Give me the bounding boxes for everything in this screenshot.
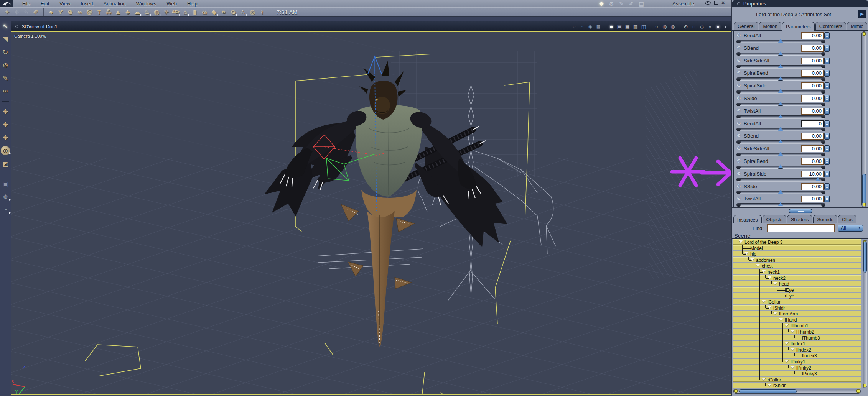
- slider-thumb[interactable]: [778, 39, 783, 43]
- camera-view-icon[interactable]: ◉: [587, 24, 593, 29]
- value-stepper[interactable]: [824, 32, 830, 39]
- scene-house-icon[interactable]: ⌂: [181, 8, 190, 16]
- layout-L-icon[interactable]: ◫: [641, 24, 647, 30]
- menu-item-file[interactable]: File: [22, 1, 30, 7]
- slider-thumb[interactable]: [778, 164, 783, 168]
- tab-objects[interactable]: Objects: [763, 215, 786, 223]
- menu-item-windows[interactable]: Windows: [136, 1, 156, 7]
- layout-4pane-icon[interactable]: ▦: [624, 24, 631, 30]
- expand-triangle-icon[interactable]: [773, 312, 777, 315]
- hand-pan-icon[interactable]: ✥: [1, 192, 10, 202]
- expand-triangle-icon[interactable]: [791, 348, 794, 351]
- tree-row[interactable]: lIndex3: [733, 353, 861, 358]
- up-axis-icon[interactable]: ⊙: [683, 24, 689, 30]
- parameter-value-input[interactable]: 0.00: [801, 95, 824, 102]
- gear-icon[interactable]: ⚙: [736, 108, 741, 113]
- value-stepper[interactable]: [824, 58, 830, 64]
- tree-row[interactable]: rCollar: [733, 377, 861, 382]
- parameter-slider[interactable]: [737, 128, 825, 131]
- expand-triangle-icon[interactable]: [768, 276, 771, 279]
- tab-controllers[interactable]: Controllers: [815, 22, 846, 31]
- gear-icon[interactable]: ⚙: [736, 133, 741, 138]
- splitter-handle[interactable]: [789, 209, 812, 213]
- value-stepper[interactable]: [824, 133, 830, 140]
- menu-item-edit[interactable]: Edit: [41, 1, 49, 7]
- parameter-slider[interactable]: [737, 103, 825, 106]
- scene-canvas[interactable]: Z X Y: [11, 32, 731, 394]
- cloud-icon[interactable]: ☁: [133, 8, 142, 16]
- viewport-3d[interactable]: Z X Y Camera 1 100%: [11, 31, 731, 395]
- capsule-icon[interactable]: ▮: [190, 8, 200, 16]
- value-stepper[interactable]: [824, 196, 830, 202]
- rotate-tool-icon[interactable]: ↻: [1, 48, 10, 57]
- parameter-value-input[interactable]: 0.00: [801, 32, 824, 39]
- drop-group-icon[interactable]: ∴: [238, 8, 248, 16]
- fire-icon[interactable]: ♨: [142, 8, 152, 16]
- value-stepper[interactable]: [824, 95, 830, 102]
- gear-icon[interactable]: ⚙: [736, 95, 741, 101]
- parameter-slider[interactable]: [737, 153, 825, 156]
- gear-icon[interactable]: ⚙: [736, 45, 741, 51]
- maximize-icon[interactable]: [714, 1, 718, 5]
- tree-scroll-thumb[interactable]: [863, 241, 867, 273]
- production-frame-icon[interactable]: ◌: [571, 24, 577, 29]
- parameters-scrollbar[interactable]: [861, 31, 866, 207]
- camera-icon[interactable]: ⊙: [229, 8, 238, 16]
- parameter-value-input[interactable]: 0.00: [801, 145, 824, 152]
- parameter-value-input[interactable]: 0: [801, 120, 824, 127]
- filter-dropdown[interactable]: All »: [838, 225, 863, 232]
- tree-row[interactable]: lIndex1: [733, 341, 861, 346]
- expand-triangle-icon[interactable]: [762, 270, 766, 273]
- expand-triangle-icon[interactable]: [785, 324, 789, 327]
- parameter-slider[interactable]: [737, 90, 825, 93]
- expand-triangle-icon[interactable]: [791, 366, 794, 369]
- select-tool-icon[interactable]: ↖: [1, 21, 10, 31]
- parameter-value-input[interactable]: 0.00: [801, 70, 824, 77]
- scrollbar-top-cap[interactable]: [863, 32, 866, 36]
- tree-row[interactable]: lPinky3: [733, 371, 861, 376]
- value-stepper[interactable]: [824, 45, 830, 52]
- preview-wire-globe1-icon[interactable]: ○: [654, 24, 660, 30]
- tree-scrollbar[interactable]: [863, 240, 867, 388]
- particles-icon[interactable]: ⁂: [104, 8, 114, 16]
- tab-parameters[interactable]: Parameters: [782, 22, 815, 31]
- slider-thumb[interactable]: [778, 64, 783, 68]
- spiral-icon[interactable]: @: [85, 8, 94, 16]
- gear-icon[interactable]: ⚙: [736, 58, 741, 63]
- expand-triangle-icon[interactable]: [791, 330, 794, 333]
- bank-tool-icon[interactable]: ◩: [1, 159, 10, 168]
- model-mode-icon[interactable]: ⚙: [609, 1, 614, 7]
- tree-row[interactable]: head: [733, 281, 861, 286]
- tree-row[interactable]: lEye: [733, 287, 861, 292]
- gear-icon[interactable]: ⚙: [736, 70, 741, 76]
- text-tool-icon[interactable]: T: [94, 8, 104, 16]
- tree-row[interactable]: lCollar: [733, 299, 861, 304]
- shader-sphere-icon[interactable]: ◍: [152, 8, 161, 16]
- tree-row[interactable]: rShldr: [733, 383, 861, 388]
- pan-y-tool-icon[interactable]: ✥: [1, 133, 10, 142]
- value-stepper[interactable]: [824, 145, 830, 152]
- parameter-value-input[interactable]: 0.00: [801, 196, 824, 202]
- link-tool-icon[interactable]: ∞: [1, 87, 10, 96]
- slider-thumb[interactable]: [778, 102, 783, 105]
- tab-general[interactable]: General: [734, 22, 758, 31]
- layout-single-icon[interactable]: ■: [608, 24, 614, 30]
- bone-icon[interactable]: ≀: [257, 8, 267, 16]
- value-stepper[interactable]: [824, 82, 830, 89]
- tab-instances[interactable]: Instances: [733, 215, 762, 223]
- parameter-value-input[interactable]: 10.00: [801, 171, 824, 177]
- tree-row[interactable]: lThumb2: [733, 329, 861, 334]
- parameter-slider[interactable]: [737, 166, 825, 169]
- slider-thumb[interactable]: [815, 177, 820, 181]
- orbit-tool-icon[interactable]: ⊕: [1, 146, 10, 155]
- panel-splitter[interactable]: [732, 207, 868, 214]
- slider-thumb[interactable]: [778, 127, 783, 131]
- tree-icon[interactable]: ♣: [123, 8, 133, 16]
- tree-row[interactable]: lIndex2: [733, 347, 861, 352]
- fountain-icon[interactable]: ✳: [161, 8, 171, 16]
- gear-icon[interactable]: ⚙: [736, 171, 741, 176]
- layout-2pane-icon[interactable]: ▤: [616, 24, 623, 30]
- menu-item-animation[interactable]: Animation: [104, 1, 126, 7]
- sphere-primitive-icon[interactable]: ●: [46, 8, 56, 16]
- visibility-icon[interactable]: [705, 1, 711, 5]
